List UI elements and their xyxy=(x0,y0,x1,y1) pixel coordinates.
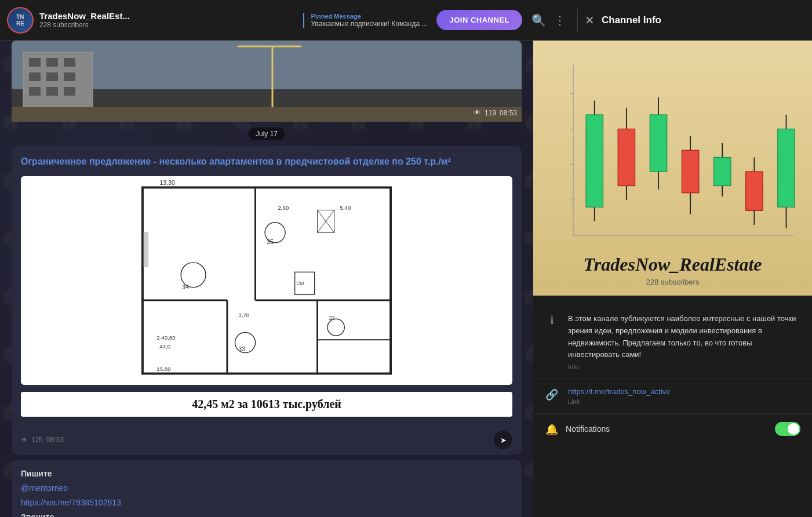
svg-rect-7 xyxy=(46,72,58,81)
svg-text:2,60: 2,60 xyxy=(278,205,289,212)
channel-link[interactable]: https://t.me/trades_now_active xyxy=(568,387,800,396)
link-row[interactable]: 🔗 https://t.me/trades_now_active Link xyxy=(533,379,812,414)
image-message-meta: 👁 119 08:53 xyxy=(474,108,517,117)
close-icon[interactable]: ✕ xyxy=(585,13,595,27)
svg-rect-9 xyxy=(29,87,41,96)
subscriber-count: 228 subscribers xyxy=(39,21,294,29)
search-icon[interactable]: 🔍 xyxy=(531,13,546,27)
svg-rect-15 xyxy=(12,107,522,122)
info-icon: ℹ xyxy=(545,314,559,327)
apt-price: 42,45 м2 за 10613 тыс.рублей xyxy=(192,398,341,410)
right-panel-header: ✕ Channel Info xyxy=(585,13,805,27)
svg-text:5,40: 5,40 xyxy=(340,205,351,212)
svg-rect-61 xyxy=(746,172,763,210)
svg-rect-4 xyxy=(46,58,58,67)
channel-description: В этом канале публикуются наиболее интер… xyxy=(568,313,800,361)
description-row: ℹ В этом канале публикуются наиболее инт… xyxy=(533,305,812,379)
notifications-label: Notifications xyxy=(566,424,610,434)
pinned-message[interactable]: Pinned Message Уважаемые подписчики! Ком… xyxy=(303,13,428,28)
apt-time: 08:53 xyxy=(46,436,64,444)
image-views: 119 xyxy=(485,109,496,117)
svg-rect-6 xyxy=(29,72,41,81)
svg-rect-53 xyxy=(618,129,635,186)
svg-text:15,80: 15,80 xyxy=(156,366,171,372)
more-icon[interactable]: ⋮ xyxy=(554,13,566,27)
info-label: Info xyxy=(568,363,800,370)
svg-text:2·40,80: 2·40,80 xyxy=(156,335,176,341)
channel-details: ℹ В этом канале публикуются наиболее инт… xyxy=(533,296,812,517)
share-button[interactable]: ➤ xyxy=(494,431,512,449)
apt-title: Ограниченное предложение - несколько апа… xyxy=(21,155,512,168)
call-label: Звоните xyxy=(21,512,54,517)
svg-rect-59 xyxy=(714,158,731,186)
image-time: 08:53 xyxy=(500,109,517,117)
svg-rect-43 xyxy=(144,233,148,267)
divider xyxy=(577,9,578,32)
svg-rect-5 xyxy=(64,58,75,67)
floor-plan-image: 13,30 34 35 2,60 5,40 2·40,80 43,0 33 xyxy=(21,176,512,385)
mention-link[interactable]: @mentorneo xyxy=(21,483,68,493)
channel-name: TradesNow_RealEst... xyxy=(39,11,294,21)
svg-rect-51 xyxy=(586,115,603,207)
apt-views: 125 xyxy=(31,436,43,444)
notifications-row: 🔔 Notifications xyxy=(533,414,812,444)
svg-text:3,70: 3,70 xyxy=(238,312,250,319)
svg-rect-63 xyxy=(778,129,795,207)
write-label: Пишите xyxy=(21,469,52,478)
svg-point-35 xyxy=(327,319,344,336)
pinned-text: Уважаемые подписчики! Команда ... xyxy=(311,20,428,28)
join-channel-button[interactable]: JOIN CHANNEL xyxy=(436,10,522,30)
svg-rect-11 xyxy=(64,87,75,96)
svg-rect-3 xyxy=(29,58,41,67)
avatar: TNRE xyxy=(7,7,34,34)
channel-banner-name: TradesNow_RealEstate xyxy=(583,254,762,275)
eye-icon: 👁 xyxy=(474,108,481,117)
apt-msg-meta: 👁 125 08:53 xyxy=(21,436,64,444)
wa-link[interactable]: https://wa.me/79385102813 xyxy=(21,498,121,507)
right-panel: TradesNow_RealEstate 228 subscribers ℹ В… xyxy=(533,41,812,517)
link-icon: 🔗 xyxy=(545,388,559,401)
notifications-toggle[interactable] xyxy=(775,422,800,436)
svg-text:43,0: 43,0 xyxy=(159,343,171,349)
svg-rect-55 xyxy=(650,115,667,172)
channel-banner-subs: 228 subscribers xyxy=(646,278,700,286)
chat-area: 👁 119 08:53 July 17 Ограниченное предлож… xyxy=(0,41,533,517)
svg-rect-16 xyxy=(143,188,391,374)
svg-point-25 xyxy=(181,263,206,287)
main-layout: 👁 119 08:53 July 17 Ограниченное предлож… xyxy=(0,41,812,517)
channel-info-title: Channel Info xyxy=(602,14,661,26)
svg-rect-10 xyxy=(46,87,58,96)
apartment-message: Ограниченное предложение - несколько апа… xyxy=(12,146,522,455)
channel-header-info: TradesNow_RealEst... 228 subscribers xyxy=(39,11,294,29)
svg-text:CM: CM xyxy=(297,281,305,286)
date-badge: July 17 xyxy=(0,128,533,140)
image-message: 👁 119 08:53 xyxy=(12,41,522,122)
bell-icon: 🔔 xyxy=(545,423,559,436)
date-text: July 17 xyxy=(249,128,285,140)
channel-banner: TradesNow_RealEstate 228 subscribers xyxy=(533,41,812,296)
main-header: TNRE TradesNow_RealEst... 228 subscriber… xyxy=(0,0,812,41)
svg-text:13,30: 13,30 xyxy=(159,179,175,186)
construction-image xyxy=(12,41,522,122)
svg-rect-57 xyxy=(682,150,698,193)
candlestick-chart xyxy=(545,58,800,257)
pinned-label: Pinned Message xyxy=(311,13,428,20)
toggle-knob xyxy=(788,423,799,435)
link-label: Link xyxy=(568,398,800,405)
svg-rect-8 xyxy=(64,72,75,81)
header-actions: 🔍 ⋮ xyxy=(531,13,566,27)
share-icon: ➤ xyxy=(500,436,507,445)
text-message: Пишите @mentorneo https://wa.me/79385102… xyxy=(12,460,522,517)
svg-point-27 xyxy=(265,223,285,243)
